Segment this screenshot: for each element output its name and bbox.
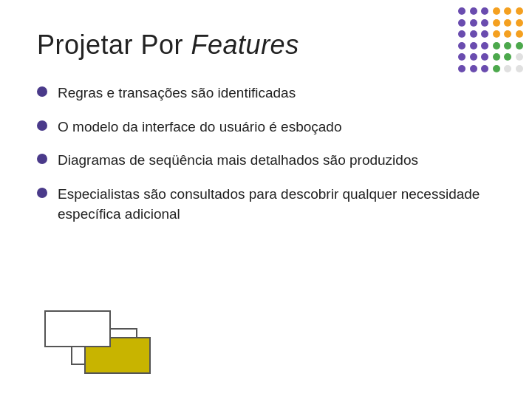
dot-grid-cell [504, 19, 511, 27]
dot-grid-cell [470, 42, 477, 50]
bullet-text: Regras e transações são identificadas [58, 83, 495, 103]
dot-grid-cell [481, 53, 488, 61]
bullet-dot [37, 188, 47, 198]
dot-grid-cell [493, 53, 500, 61]
bullet-item: Regras e transações são identificadas [37, 83, 495, 103]
bullet-dot [37, 86, 47, 97]
dot-grid-cell [516, 65, 523, 72]
dot-grid-cell [458, 7, 466, 15]
dot-grid-cell [493, 7, 500, 15]
dot-grid-cell [481, 65, 488, 72]
bullet-dot [37, 120, 47, 131]
bullet-item: Especialistas são consultados para desco… [37, 184, 495, 225]
bullet-item: Diagramas de seqüência mais detalhados s… [37, 150, 495, 171]
dot-grid-cell [470, 7, 477, 15]
dot-grid-cell [516, 53, 523, 61]
dot-grid-cell [470, 53, 477, 61]
dot-grid-cell [493, 42, 500, 50]
dot-grid-cell [504, 42, 511, 50]
dot-grid-cell [481, 42, 488, 50]
dot-grid-cell [470, 65, 477, 72]
bullet-item: O modelo da interface do usuário é esboç… [37, 117, 495, 137]
dot-grid-cell [481, 19, 488, 27]
dot-grid-cell [481, 7, 488, 15]
dot-grid-cell [504, 53, 511, 61]
bullet-dot [37, 154, 47, 164]
dot-grid-decoration [458, 7, 525, 74]
dot-grid-cell [458, 42, 466, 50]
dot-grid-cell [516, 19, 523, 27]
dot-grid-cell [504, 65, 511, 72]
dot-grid-cell [470, 30, 477, 38]
slide: Projetar Por Features Regras e transaçõe… [0, 0, 532, 399]
dot-grid-cell [493, 30, 500, 38]
dot-grid-cell [481, 30, 488, 38]
slide-title: Projetar Por Features [37, 30, 495, 61]
dot-grid-cell [458, 53, 466, 61]
dot-grid-cell [470, 19, 477, 27]
dot-grid-cell [516, 7, 523, 15]
step-rect-4 [44, 310, 111, 347]
bullet-text: Especialistas são consultados para desco… [58, 184, 495, 225]
dot-grid-cell [458, 65, 466, 72]
title-normal: Projetar Por [37, 30, 191, 60]
steps-diagram: ↘ [44, 310, 177, 377]
dot-grid-cell [504, 7, 511, 15]
dot-grid-cell [516, 30, 523, 38]
dot-grid-cell [458, 30, 466, 38]
title-italic: Features [191, 30, 299, 60]
bullet-text: Diagramas de seqüência mais detalhados s… [58, 150, 495, 171]
dot-grid-cell [493, 19, 500, 27]
dot-grid-cell [516, 42, 523, 50]
dot-grid-cell [504, 30, 511, 38]
dot-grid-cell [493, 65, 500, 72]
bullet-text: O modelo da interface do usuário é esboç… [58, 117, 495, 137]
dot-grid-cell [458, 19, 466, 27]
bullet-list: Regras e transações são identificadas O … [37, 83, 495, 225]
